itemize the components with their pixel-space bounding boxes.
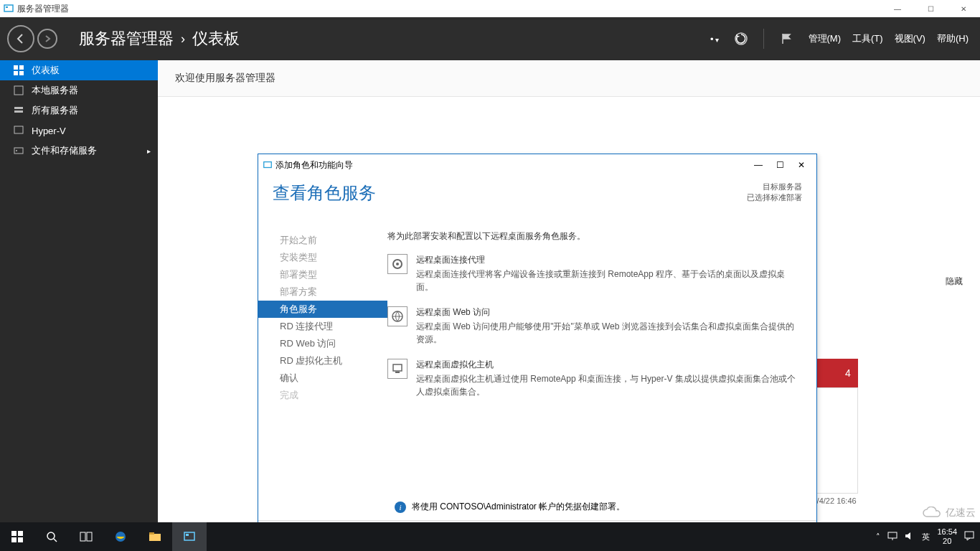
- dialog-minimize-button[interactable]: —: [748, 160, 769, 170]
- tray-up-icon[interactable]: ˄: [876, 532, 880, 542]
- watermark: 亿速云: [921, 507, 976, 519]
- dialog-maximize-button[interactable]: ☐: [769, 160, 791, 170]
- svg-rect-20: [395, 372, 400, 373]
- menu-help[interactable]: 帮助(H): [937, 32, 969, 45]
- step-rd-virt[interactable]: RD 虚拟化主机: [258, 352, 387, 369]
- nav-storage[interactable]: 文件和存储服务 ▸: [0, 141, 158, 161]
- breadcrumb-leaf[interactable]: 仪表板: [192, 28, 240, 50]
- svg-rect-11: [14, 148, 23, 154]
- step-install-type[interactable]: 安装类型: [258, 249, 387, 266]
- role-connection-broker: 远程桌面连接代理 远程桌面连接代理将客户端设备连接或重新连接到 RemoteAp…: [387, 254, 802, 293]
- nav-label: Hyper-V: [32, 126, 66, 136]
- tray-clock[interactable]: 16:54 20: [937, 527, 957, 546]
- server-icon: [13, 85, 24, 96]
- separator: [763, 29, 764, 49]
- tile-count: 4: [845, 367, 851, 379]
- chevron-right-icon: ▸: [147, 147, 151, 155]
- nav-local-server[interactable]: 本地服务器: [0, 80, 158, 100]
- notifications-flag-icon[interactable]: [776, 28, 797, 50]
- role-description: 远程桌面 Web 访问使用户能够使用"开始"菜单或 Web 浏览器连接到会话集合…: [416, 320, 802, 346]
- role-description: 远程桌面连接代理将客户端设备连接或重新连接到 RemoteApp 程序、基于会话…: [416, 268, 802, 293]
- task-view-button[interactable]: [69, 522, 103, 551]
- network-icon[interactable]: [887, 532, 897, 542]
- start-button[interactable]: [0, 522, 34, 551]
- left-nav: 仪表板 本地服务器 所有服务器 Hyper-V 文件和存储服务 ▸: [0, 60, 158, 551]
- target-server-label: 目标服务器: [747, 182, 802, 192]
- step-before[interactable]: 开始之前: [258, 232, 387, 249]
- clock-date: 20: [937, 537, 957, 546]
- window-minimize-button[interactable]: —: [881, 0, 914, 17]
- app-header: 服务器管理器 › 仪表板 •▾ 管理(M) 工具(T) 视图(V) 帮助(H): [0, 17, 980, 60]
- volume-icon[interactable]: [905, 532, 915, 542]
- role-virtualization-host: 远程桌面虚拟化主机 远程桌面虚拟化主机通过使用 RemoteApp 和桌面连接，…: [387, 359, 802, 398]
- svg-rect-9: [14, 110, 23, 113]
- taskbar-explorer[interactable]: [138, 522, 172, 551]
- dialog-title: 添加角色和功能向导: [275, 159, 353, 171]
- step-rd-web[interactable]: RD Web 访问: [258, 335, 387, 352]
- breadcrumb: 服务器管理器 › 仪表板: [79, 28, 240, 50]
- step-rd-broker[interactable]: RD 连接代理: [258, 318, 387, 335]
- info-icon: i: [395, 501, 406, 513]
- nav-label: 仪表板: [32, 64, 60, 77]
- svg-rect-30: [149, 534, 161, 541]
- target-server-value: 已选择标准部署: [747, 192, 802, 203]
- taskbar-ie[interactable]: [103, 522, 138, 551]
- svg-rect-1: [6, 6, 8, 8]
- main-panel: 欢迎使用服务器管理器 隐藏 2018/4/22 16:46 2018/4/22 …: [158, 60, 980, 551]
- window-close-button[interactable]: ✕: [947, 0, 980, 17]
- step-deploy-type[interactable]: 部署类型: [258, 266, 387, 283]
- wizard-lead-text: 将为此部署安装和配置以下远程桌面服务角色服务。: [387, 230, 802, 242]
- app-icon: [263, 160, 273, 170]
- svg-rect-23: [11, 537, 17, 542]
- taskbar-server-manager[interactable]: [172, 522, 207, 551]
- role-description: 远程桌面虚拟化主机通过使用 RemoteApp 和桌面连接，与 Hyper-V …: [416, 372, 802, 398]
- nav-hyperv[interactable]: Hyper-V: [0, 121, 158, 141]
- svg-rect-19: [393, 364, 402, 371]
- menu-tools[interactable]: 工具(T): [852, 32, 883, 45]
- nav-all-servers[interactable]: 所有服务器: [0, 100, 158, 121]
- hide-link[interactable]: 隐藏: [946, 276, 963, 288]
- globe-icon: [387, 306, 407, 326]
- svg-rect-32: [184, 532, 194, 540]
- add-roles-wizard-dialog: 添加角色和功能向导 — ☐ ✕ 查看角色服务 目标服务器 已选择标准部署 开始之…: [258, 154, 817, 551]
- hyperv-icon: [13, 125, 24, 136]
- broker-icon: [387, 254, 407, 274]
- svg-rect-33: [186, 534, 189, 536]
- app-icon: [3, 3, 14, 14]
- clock-time: 16:54: [937, 527, 957, 537]
- role-web-access: 远程桌面 Web 访问 远程桌面 Web 访问使用户能够使用"开始"菜单或 We…: [387, 306, 802, 346]
- step-deploy-plan[interactable]: 部署方案: [258, 283, 387, 301]
- host-icon: [387, 359, 407, 379]
- dialog-close-button[interactable]: ✕: [791, 160, 812, 170]
- step-confirm[interactable]: 确认: [258, 369, 387, 387]
- menu-manage[interactable]: 管理(M): [809, 32, 842, 45]
- os-titlebar: 服务器管理器 — ☐ ✕: [0, 0, 980, 17]
- svg-rect-7: [14, 86, 23, 95]
- svg-rect-22: [18, 531, 23, 536]
- step-role-services[interactable]: 角色服务: [258, 301, 387, 318]
- refresh-button[interactable]: [730, 28, 752, 50]
- ime-indicator[interactable]: 英: [922, 532, 930, 542]
- nav-forward-button[interactable]: [37, 29, 57, 49]
- action-center-icon[interactable]: [964, 531, 974, 542]
- step-done: 完成: [258, 387, 387, 404]
- svg-rect-8: [14, 107, 23, 109]
- storage-icon: [13, 145, 24, 156]
- wizard-info-line: i 将使用 CONTOSO\Administrator 帐户的凭据创建部署。: [395, 501, 625, 513]
- window-maximize-button[interactable]: ☐: [914, 0, 947, 17]
- svg-rect-5: [14, 71, 18, 75]
- svg-rect-3: [14, 65, 18, 70]
- watermark-text: 亿速云: [946, 507, 976, 519]
- header-dropdown[interactable]: •▾: [710, 34, 719, 44]
- svg-rect-10: [14, 126, 23, 133]
- nav-dashboard[interactable]: 仪表板: [0, 60, 158, 80]
- menu-view[interactable]: 视图(V): [895, 32, 925, 45]
- nav-back-button[interactable]: [7, 25, 34, 52]
- svg-rect-0: [4, 5, 13, 11]
- search-button[interactable]: [34, 522, 69, 551]
- svg-point-17: [396, 263, 399, 265]
- svg-rect-36: [965, 532, 974, 538]
- svg-rect-24: [18, 537, 23, 542]
- breadcrumb-root[interactable]: 服务器管理器: [79, 28, 174, 50]
- servers-icon: [13, 105, 24, 116]
